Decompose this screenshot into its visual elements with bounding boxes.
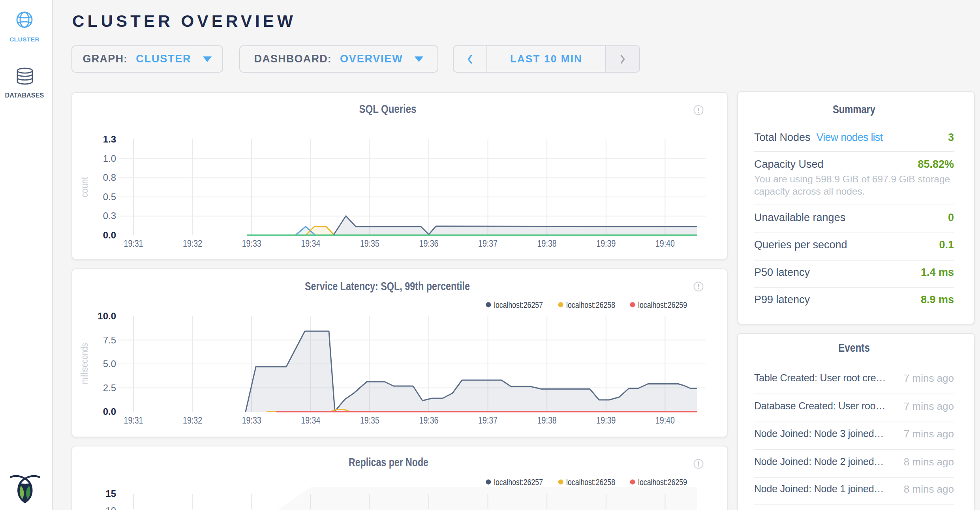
svg-text:localhost:26257: localhost:26257 — [494, 477, 543, 487]
svg-text:0.0: 0.0 — [103, 406, 116, 417]
svg-text:milliseconds: milliseconds — [79, 343, 90, 384]
svg-text:19:35: 19:35 — [360, 415, 379, 426]
svg-text:19:32: 19:32 — [183, 415, 202, 426]
svg-text:19:34: 19:34 — [301, 238, 320, 249]
svg-text:0.0: 0.0 — [103, 230, 116, 240]
svg-text:19:33: 19:33 — [242, 238, 261, 249]
svg-text:10: 10 — [105, 505, 116, 510]
svg-text:19:40: 19:40 — [655, 238, 675, 249]
svg-text:19:37: 19:37 — [478, 238, 498, 249]
svg-text:19:32: 19:32 — [183, 238, 202, 249]
svg-text:19:33: 19:33 — [242, 415, 261, 426]
svg-text:1.0: 1.0 — [103, 153, 116, 164]
svg-text:0.5: 0.5 — [103, 191, 116, 202]
svg-text:19:31: 19:31 — [124, 415, 143, 426]
svg-text:SQL Queries: SQL Queries — [359, 103, 417, 115]
svg-text:15: 15 — [105, 488, 116, 499]
svg-text:5.0: 5.0 — [103, 358, 116, 369]
svg-text:1.3: 1.3 — [103, 134, 116, 144]
svg-text:count: count — [79, 176, 90, 197]
svg-text:localhost:26259: localhost:26259 — [638, 477, 687, 487]
svg-text:19:34: 19:34 — [301, 415, 320, 426]
svg-text:0.3: 0.3 — [103, 210, 116, 221]
svg-text:19:36: 19:36 — [419, 238, 439, 249]
svg-text:Service Latency: SQL, 99th per: Service Latency: SQL, 99th percentile — [305, 280, 470, 292]
svg-text:localhost:26258: localhost:26258 — [566, 300, 615, 310]
svg-text:19:35: 19:35 — [360, 238, 379, 249]
svg-text:19:39: 19:39 — [596, 415, 616, 426]
svg-text:2.5: 2.5 — [103, 382, 116, 393]
svg-text:7.5: 7.5 — [103, 335, 116, 345]
svg-text:19:37: 19:37 — [478, 415, 498, 426]
svg-text:localhost:26258: localhost:26258 — [566, 477, 615, 487]
svg-text:19:36: 19:36 — [419, 415, 439, 426]
svg-text:19:40: 19:40 — [655, 415, 675, 426]
svg-text:0.8: 0.8 — [103, 172, 116, 183]
svg-text:19:38: 19:38 — [537, 415, 557, 426]
svg-text:Events: Events — [838, 341, 870, 354]
svg-text:10.0: 10.0 — [98, 311, 116, 321]
svg-text:19:39: 19:39 — [596, 238, 616, 249]
svg-text:Summary: Summary — [833, 103, 875, 116]
svg-text:localhost:26259: localhost:26259 — [638, 300, 687, 310]
svg-text:19:38: 19:38 — [537, 238, 557, 249]
svg-text:localhost:26257: localhost:26257 — [494, 300, 543, 310]
svg-text:19:31: 19:31 — [124, 238, 143, 249]
svg-text:Replicas per Node: Replicas per Node — [349, 456, 428, 469]
